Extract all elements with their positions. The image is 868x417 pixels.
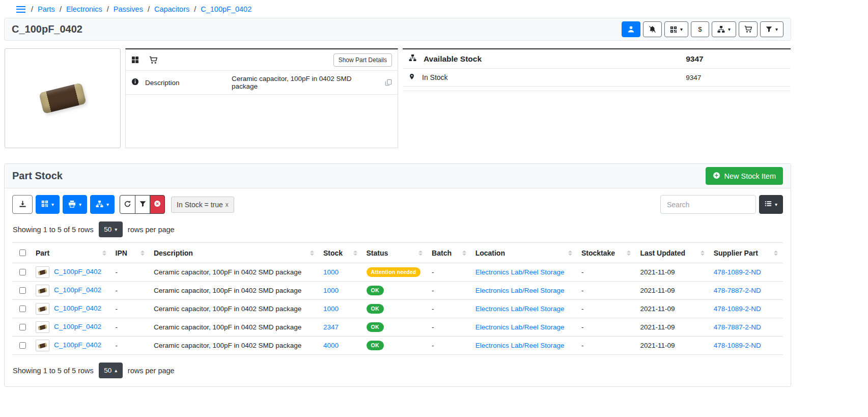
part-link[interactable]: C_100pF_0402 [54,268,101,275]
location-link[interactable]: Electronics Lab/Reel Storage [475,323,565,331]
column-header-location[interactable]: Location [471,243,577,263]
reload-table-button[interactable] [120,195,135,214]
sitemap-icon [409,54,416,64]
sort-icon[interactable] [309,249,315,257]
cart-icon[interactable] [149,56,157,64]
search-input[interactable] [660,195,756,214]
breadcrumb-link-passives[interactable]: Passives [114,5,143,13]
order-part-button[interactable] [739,21,758,37]
breadcrumb-link-current-part[interactable]: C_100pF_0402 [201,5,251,13]
row-checkbox[interactable] [19,269,26,275]
supplier-part-link[interactable]: 478-1089-2-ND [714,305,761,313]
sort-icon[interactable] [567,249,573,257]
stock-cell: 4000 [319,337,362,355]
part-actions-dropdown[interactable]: ▾ [760,21,783,37]
part-link[interactable]: C_100pF_0402 [54,304,101,312]
column-header-part[interactable]: Part [32,243,111,263]
supplier-part-link[interactable]: 478-1089-2-ND [714,268,761,276]
disable-notifications-button[interactable] [643,21,662,37]
barcode-actions-dropdown[interactable]: ▾ [664,21,688,37]
column-header-last-updated[interactable]: Last Updated [636,243,709,263]
row-checkbox[interactable] [19,342,26,349]
pagination-top: Showing 1 to 5 of 5 rows 50 ▾ rows per p… [13,221,782,237]
sort-icon[interactable] [101,249,107,257]
stock-link[interactable]: 1000 [323,287,339,294]
location-link[interactable]: Electronics Lab/Reel Storage [475,268,565,276]
remove-filter-icon[interactable]: x [226,201,229,208]
stock-options-dropdown[interactable]: ▾ [90,195,115,214]
sort-icon[interactable] [699,249,706,257]
status-cell: OK [362,337,428,355]
location-link[interactable]: Electronics Lab/Reel Storage [475,342,565,349]
x-circle-icon [154,200,161,209]
description-row: Description Ceramic capacitor, 100pF in … [126,71,398,95]
sort-icon[interactable] [461,249,467,257]
available-stock-header: Available Stock 9347 [403,49,791,69]
location-cell: Electronics Lab/Reel Storage [471,300,577,318]
supplier-part-link[interactable]: 478-7887-2-ND [714,287,761,294]
breadcrumb-link-parts[interactable]: Parts [38,5,55,13]
page-size-dropdown[interactable]: 50 ▾ [99,221,123,237]
description-value: Ceramic capacitor, 100pF in 0402 SMD pac… [232,75,379,90]
caret-down-icon: ▾ [728,27,731,32]
stock-link[interactable]: 1000 [323,268,339,276]
stock-link[interactable]: 1000 [323,305,339,313]
column-header-status[interactable]: Status [362,243,428,263]
sort-icon[interactable] [352,249,358,257]
description-cell: Ceramic capacitor, 100pF in 0402 SMD pac… [150,300,319,318]
select-all-checkbox[interactable] [19,249,26,256]
ipn-cell: - [111,337,150,355]
column-header-stock[interactable]: Stock [319,243,362,263]
supplier-part-link[interactable]: 478-7887-2-ND [714,323,761,331]
grid-icon[interactable] [131,56,139,64]
column-header-supplier-part[interactable]: Supplier Part [710,243,783,263]
column-header-ipn[interactable]: IPN [111,243,150,263]
stock-link[interactable]: 4000 [323,342,339,349]
subscribe-button[interactable] [622,21,640,37]
column-select-dropdown[interactable]: ▾ [759,195,783,214]
clear-filters-button[interactable] [150,195,165,214]
supplier-part-link[interactable]: 478-1089-2-ND [714,342,761,349]
column-header-batch[interactable]: Batch [428,243,471,263]
sort-icon[interactable] [626,249,632,257]
row-checkbox[interactable] [19,324,26,330]
row-checkbox[interactable] [19,287,26,294]
part-image[interactable] [5,48,121,148]
status-badge: OK [367,341,384,350]
row-checkbox[interactable] [19,305,26,312]
part-cell: C_100pF_0402 [32,337,111,355]
menu-icon[interactable] [16,6,25,13]
part-link[interactable]: C_100pF_0402 [54,286,101,294]
breadcrumb-link-capacitors[interactable]: Capacitors [154,5,189,13]
print-actions-dropdown[interactable]: ▾ [63,195,87,214]
breadcrumb-link-electronics[interactable]: Electronics [66,5,102,13]
stock-actions-dropdown[interactable]: ▾ [712,21,736,37]
barcode-actions-table-dropdown[interactable]: ▾ [36,195,60,214]
stock-cell: 2347 [319,318,362,337]
copy-icon[interactable] [385,79,392,86]
column-header-description[interactable]: Description [150,243,319,263]
export-button[interactable] [12,195,33,214]
part-link[interactable]: C_100pF_0402 [54,323,101,330]
pricing-button[interactable]: $ [691,21,709,37]
add-filter-button[interactable] [135,195,150,214]
available-stock-value: 9347 [686,54,703,64]
stock-link[interactable]: 2347 [323,323,339,331]
sort-icon[interactable] [773,249,779,257]
sort-icon[interactable] [417,249,424,257]
breadcrumb: / Parts / Electronics / Passives / Capac… [4,0,791,18]
funnel-icon [766,26,772,33]
location-link[interactable]: Electronics Lab/Reel Storage [475,287,565,294]
status-cell: OK [362,300,428,318]
show-part-details-button[interactable]: Show Part Details [333,53,392,67]
new-stock-item-button[interactable]: New Stock Item [706,167,783,185]
page-size-dropdown[interactable]: 50 ▴ [99,363,123,378]
part-thumbnail [36,321,49,333]
ipn-cell: - [111,300,150,318]
column-header-stocktake[interactable]: Stocktake [577,243,636,263]
header-actions: ▾ $ ▾ ▾ [622,21,783,37]
sort-icon[interactable] [139,249,146,257]
location-link[interactable]: Electronics Lab/Reel Storage [475,305,565,313]
in-stock-filter-chip[interactable]: In Stock = true x [171,197,234,213]
part-link[interactable]: C_100pF_0402 [54,341,101,349]
